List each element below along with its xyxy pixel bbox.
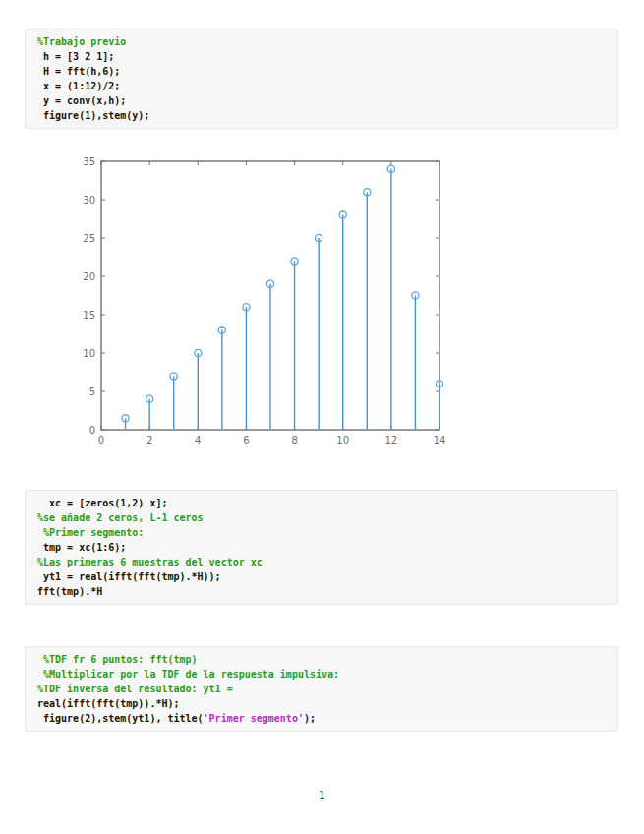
code-line: tmp = xc(1:6);: [37, 540, 612, 555]
code-line: h = [3 2 1];: [37, 49, 612, 64]
code-line: real(ifft(fft(tmp)).*H);: [37, 696, 612, 711]
code-line: y = conv(x,h);: [37, 93, 612, 108]
code-line: xc = [zeros(1,2) x];: [37, 496, 612, 510]
code-line: %TDF inversa del resultado: yt1 =: [37, 682, 612, 696]
svg-text:10: 10: [336, 435, 349, 446]
code-line: x = (1:12)/2;: [37, 79, 612, 93]
matlab-code-block-2: xc = [zeros(1,2) x];%se añade 2 ceros, L…: [25, 490, 618, 605]
code-line: %Multiplicar por la TDF de la respuesta …: [37, 667, 612, 682]
plot-stems: [122, 165, 443, 429]
svg-text:6: 6: [243, 435, 249, 446]
code-line: fft(tmp).*H: [37, 584, 612, 599]
code-line: figure(2),stem(yt1), title('Primer segme…: [37, 711, 612, 726]
code-line: %se añade 2 ceros, L-1 ceros: [37, 510, 612, 525]
matlab-code-block-3: %TDF fr 6 puntos: fft(tmp) %Multiplicar …: [25, 646, 618, 732]
code-line: yt1 = real(ifft(fft(tmp).*H));: [37, 569, 612, 584]
svg-text:10: 10: [83, 348, 95, 359]
svg-text:0: 0: [98, 435, 104, 446]
code-line: H = fft(h,6);: [37, 64, 612, 79]
code-line: %Las primeras 6 muestras del vector xc: [37, 555, 612, 569]
svg-text:12: 12: [384, 435, 397, 446]
matlab-code-block-1: %Trabajo previo h = [3 2 1]; H = fft(h,6…: [25, 29, 618, 129]
code-line: %Trabajo previo: [37, 34, 612, 49]
svg-text:5: 5: [89, 387, 95, 397]
svg-text:35: 35: [83, 156, 95, 167]
svg-text:8: 8: [291, 435, 297, 446]
code-line: figure(1),stem(y);: [37, 108, 612, 123]
svg-text:4: 4: [195, 435, 201, 446]
stem-plot-svg: 0246810121405101520253035: [59, 152, 462, 457]
svg-text:25: 25: [83, 233, 95, 244]
svg-text:14: 14: [434, 435, 446, 446]
svg-text:30: 30: [83, 195, 95, 206]
page-number: 1: [0, 789, 644, 802]
code-line: %Primer segmento:: [37, 525, 612, 540]
svg-text:2: 2: [146, 435, 152, 446]
svg-text:20: 20: [83, 271, 95, 282]
svg-text:15: 15: [83, 310, 95, 321]
stem-plot-figure: 0246810121405101520253035: [59, 152, 462, 457]
code-line: %TDF fr 6 puntos: fft(tmp): [37, 652, 612, 667]
svg-text:0: 0: [89, 425, 95, 436]
